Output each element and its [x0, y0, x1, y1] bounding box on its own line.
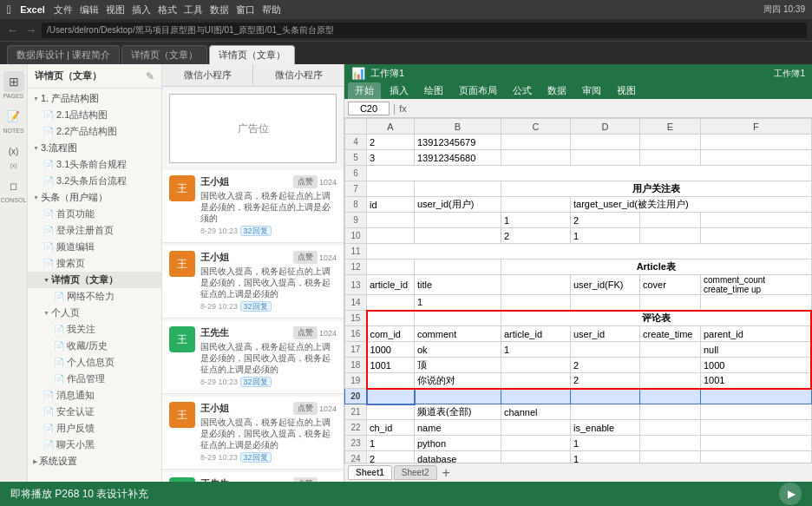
- sidebar-item[interactable]: 📄 首页功能: [28, 206, 161, 222]
- cell-f24[interactable]: [701, 451, 812, 463]
- cell-b9[interactable]: [415, 213, 501, 228]
- cell-b4[interactable]: 13912345679: [415, 135, 501, 150]
- sheet-tab-1[interactable]: Sheet1: [348, 465, 392, 480]
- cell-c15-merged[interactable]: 评论表: [501, 311, 812, 326]
- menu-item-edit[interactable]: 编辑: [80, 3, 99, 16]
- cell-a10[interactable]: [367, 228, 415, 244]
- menu-item-file[interactable]: 文件: [54, 3, 73, 16]
- cell-a22[interactable]: ch_id: [367, 420, 415, 436]
- menu-item-format[interactable]: 格式: [158, 3, 177, 16]
- col-header-e[interactable]: E: [640, 119, 701, 135]
- sidebar-item[interactable]: 📄 用户反馈: [28, 420, 161, 437]
- ribbon-tab-formula[interactable]: 公式: [506, 82, 539, 99]
- ribbon-tab-review[interactable]: 审阅: [575, 82, 608, 99]
- cell-a20[interactable]: [367, 389, 415, 404]
- cell-c22[interactable]: [501, 420, 571, 436]
- cell-f14[interactable]: [701, 295, 812, 311]
- cell-a16[interactable]: com_id: [367, 326, 415, 342]
- tab-db[interactable]: 数据库设计 | 课程简介: [7, 45, 120, 64]
- col-header-f[interactable]: F: [701, 119, 812, 135]
- cell-ref-input[interactable]: [348, 102, 390, 115]
- cell-e9[interactable]: [640, 213, 701, 228]
- sidebar-item[interactable]: ▼ 个人页: [28, 305, 161, 321]
- cell-f23[interactable]: [701, 436, 812, 451]
- cell-a7[interactable]: [367, 181, 415, 197]
- sidebar-item[interactable]: ▼ 头条（用户端）: [28, 189, 161, 206]
- back-btn[interactable]: ←: [5, 23, 20, 36]
- cell-b10[interactable]: [415, 228, 501, 244]
- ribbon-tab-start[interactable]: 开始: [348, 82, 381, 99]
- cell-a17[interactable]: 1000: [367, 342, 415, 358]
- cell-f4[interactable]: [701, 135, 812, 150]
- like-button[interactable]: 点赞: [293, 326, 318, 339]
- cell-f18[interactable]: 1000: [701, 358, 812, 373]
- sidebar-item[interactable]: 📄 作品管理: [28, 371, 161, 387]
- cell-d10[interactable]: 1: [571, 228, 640, 244]
- cell-f21[interactable]: [701, 404, 812, 420]
- cell-a4[interactable]: 2: [367, 135, 415, 150]
- ribbon-tab-data[interactable]: 数据: [540, 82, 573, 99]
- cell-d9[interactable]: 2: [571, 213, 640, 228]
- cell-b16[interactable]: comment: [415, 326, 501, 342]
- cell-a21[interactable]: [367, 404, 415, 420]
- cell-b22[interactable]: name: [415, 420, 501, 436]
- sidebar-item[interactable]: ▼ 1. 产品结构图: [28, 90, 161, 107]
- cell-b7[interactable]: [415, 181, 501, 197]
- cell-c20[interactable]: [501, 389, 571, 404]
- cell-b5[interactable]: 13912345680: [415, 150, 501, 166]
- add-sheet-btn[interactable]: +: [439, 466, 454, 480]
- cell-b23[interactable]: python: [415, 436, 501, 451]
- cell-c12-merged[interactable]: Article表: [501, 260, 812, 275]
- sidebar-item[interactable]: 📄 收藏/历史: [28, 338, 161, 354]
- cell-c14[interactable]: [501, 295, 571, 311]
- cell-c7-merged[interactable]: 用户关注表: [501, 181, 812, 197]
- cell-a15[interactable]: [367, 311, 415, 326]
- cell-b20[interactable]: [415, 389, 501, 404]
- cell-row6[interactable]: [367, 166, 812, 181]
- cell-a13[interactable]: article_id: [367, 275, 415, 295]
- cell-f19[interactable]: 1001: [701, 373, 812, 389]
- forward-btn[interactable]: →: [23, 23, 38, 36]
- col-header-d[interactable]: D: [571, 119, 640, 135]
- cell-d21[interactable]: [571, 404, 640, 420]
- cell-c19[interactable]: [501, 373, 571, 389]
- cell-f10[interactable]: [701, 228, 812, 244]
- col-header-c[interactable]: C: [501, 119, 571, 135]
- cell-e21[interactable]: [640, 404, 701, 420]
- cell-e19[interactable]: [640, 373, 701, 389]
- cell-e22[interactable]: [640, 420, 701, 436]
- cell-e23[interactable]: [640, 436, 701, 451]
- sidebar-item[interactable]: 📄 3.1头条前台规程: [28, 156, 161, 173]
- cell-d22[interactable]: is_enable: [571, 420, 640, 436]
- cell-d18[interactable]: 2: [571, 358, 640, 373]
- cell-c8[interactable]: [501, 197, 571, 213]
- sheet-tab-2[interactable]: Sheet2: [394, 465, 437, 480]
- cell-a23[interactable]: 1: [367, 436, 415, 451]
- tab-detail[interactable]: 详情页（文章）: [121, 45, 207, 64]
- cell-b21[interactable]: 频道表(全部): [415, 404, 501, 420]
- cell-c4[interactable]: [501, 135, 571, 150]
- cell-a19[interactable]: [367, 373, 415, 389]
- menu-item-view[interactable]: 视图: [106, 3, 125, 16]
- cell-e10[interactable]: [640, 228, 701, 244]
- cell-e24[interactable]: [640, 451, 701, 463]
- sidebar-item[interactable]: 📄 消息通知: [28, 387, 161, 404]
- cell-c18[interactable]: [501, 358, 571, 373]
- cell-d8[interactable]: target_user_id(被关注用户): [571, 197, 812, 213]
- cell-f9[interactable]: [701, 213, 812, 228]
- notes-icon-btn[interactable]: 📝: [3, 106, 24, 127]
- cell-b14[interactable]: 1: [415, 295, 501, 311]
- cell-f20[interactable]: [701, 389, 812, 404]
- cell-d23[interactable]: 1: [571, 436, 640, 451]
- cell-e4[interactable]: [640, 135, 701, 150]
- like-button[interactable]: 点赞: [293, 402, 318, 415]
- cell-b18[interactable]: 顶: [415, 358, 501, 373]
- cell-f16[interactable]: parent_id: [701, 326, 812, 342]
- cell-e17[interactable]: [640, 342, 701, 358]
- play-btn[interactable]: ▶: [779, 483, 802, 505]
- cell-d14[interactable]: [571, 295, 640, 311]
- cell-d16[interactable]: user_id: [571, 326, 640, 342]
- formula-icon-btn[interactable]: (x): [3, 141, 24, 161]
- menu-item-tools[interactable]: 工具: [184, 3, 203, 16]
- cell-c17[interactable]: 1: [501, 342, 571, 358]
